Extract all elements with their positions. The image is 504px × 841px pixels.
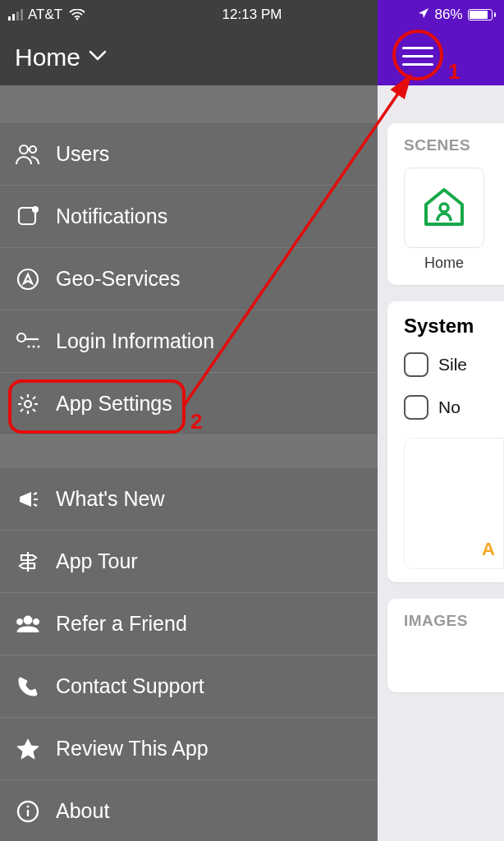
menu-label: Login Information (56, 329, 214, 353)
phone-icon (15, 673, 41, 700)
images-card: IMAGES (387, 599, 504, 692)
menu-item-review-app[interactable]: Review This App (0, 718, 378, 780)
menu-item-about[interactable]: About (0, 780, 378, 841)
system-header: System (404, 315, 504, 338)
scene-label: Home (404, 255, 484, 272)
svg-point-9 (38, 345, 40, 347)
menu-item-app-settings[interactable]: App Settings (0, 373, 378, 435)
users-icon (15, 141, 41, 168)
chevron-down-icon[interactable] (89, 50, 107, 65)
hamburger-menu-button[interactable] (402, 41, 440, 71)
menu-item-app-tour[interactable]: App Tour (0, 531, 378, 593)
star-icon (15, 736, 41, 762)
menu-label: Refer a Friend (56, 612, 187, 636)
svg-point-10 (25, 401, 31, 407)
system-accent-tile[interactable]: A (404, 438, 504, 569)
menu-label: Contact Support (56, 674, 204, 698)
svg-point-4 (32, 206, 39, 213)
scene-tile-home[interactable] (404, 168, 484, 248)
menu-item-notifications[interactable]: Notifications (0, 186, 378, 248)
location-arrow-icon (418, 7, 429, 23)
menu-item-contact-support[interactable]: Contact Support (0, 655, 378, 718)
menu-item-users[interactable]: Users (0, 123, 378, 186)
svg-point-17 (440, 204, 448, 212)
nav-bar: Home (0, 30, 378, 85)
svg-point-6 (17, 333, 25, 342)
compass-icon (15, 266, 41, 292)
system-option-1[interactable]: Sile (404, 352, 504, 377)
info-icon (15, 798, 41, 825)
menu-label: About (56, 799, 109, 823)
battery-icon (468, 9, 497, 21)
clock-label: 12:13 PM (222, 7, 282, 23)
svg-point-16 (27, 805, 30, 807)
menu-label: Notifications (56, 205, 167, 228)
home-icon (421, 185, 467, 231)
menu-label: Geo-Services (56, 267, 180, 291)
side-menu: Users Notifications Geo-Services Login I… (0, 123, 378, 841)
menu-item-refer-friend[interactable]: Refer a Friend (0, 593, 378, 655)
images-header: IMAGES (404, 612, 504, 630)
wifi-icon (69, 9, 85, 21)
scenes-header: SCENES (404, 136, 504, 154)
menu-label: Review This App (56, 737, 208, 761)
carrier-label: AT&T (28, 7, 62, 23)
gear-icon (15, 391, 41, 417)
checkbox-icon[interactable] (404, 352, 428, 377)
background-panel: SCENES Home System Sile No (378, 85, 504, 841)
battery-pct-label: 86% (434, 7, 462, 23)
svg-point-1 (20, 145, 28, 154)
menu-label: App Tour (56, 549, 138, 573)
menu-label: Users (56, 142, 109, 166)
group-icon (15, 611, 41, 637)
key-icon (15, 329, 41, 355)
svg-point-11 (24, 616, 32, 624)
system-card: System Sile No A (387, 301, 504, 582)
menu-label: App Settings (56, 392, 172, 416)
option-label: No (438, 398, 460, 417)
notification-icon (15, 204, 41, 230)
status-bar: AT&T 12:13 PM 86% (0, 0, 504, 30)
svg-point-0 (76, 18, 79, 21)
menu-label: What's New (56, 487, 165, 511)
nav-title[interactable]: Home (15, 44, 80, 71)
menu-item-login-information[interactable]: Login Information (0, 310, 378, 373)
system-option-2[interactable]: No (404, 395, 504, 420)
scenes-card: SCENES Home (387, 123, 504, 285)
header-right-panel (378, 30, 504, 85)
svg-point-12 (17, 618, 23, 624)
svg-point-13 (34, 618, 39, 624)
svg-point-7 (28, 345, 30, 347)
accent-label: A (482, 539, 495, 560)
menu-top-spacer (0, 85, 378, 123)
cell-signal-icon (8, 9, 23, 21)
menu-item-whats-new[interactable]: What's New (0, 468, 378, 531)
menu-divider (0, 435, 378, 468)
svg-point-8 (33, 345, 35, 347)
svg-point-2 (30, 146, 36, 153)
checkbox-icon[interactable] (404, 395, 428, 420)
megaphone-icon (15, 486, 41, 512)
option-label: Sile (438, 355, 467, 375)
menu-item-geo-services[interactable]: Geo-Services (0, 248, 378, 310)
signpost-icon (15, 549, 41, 575)
